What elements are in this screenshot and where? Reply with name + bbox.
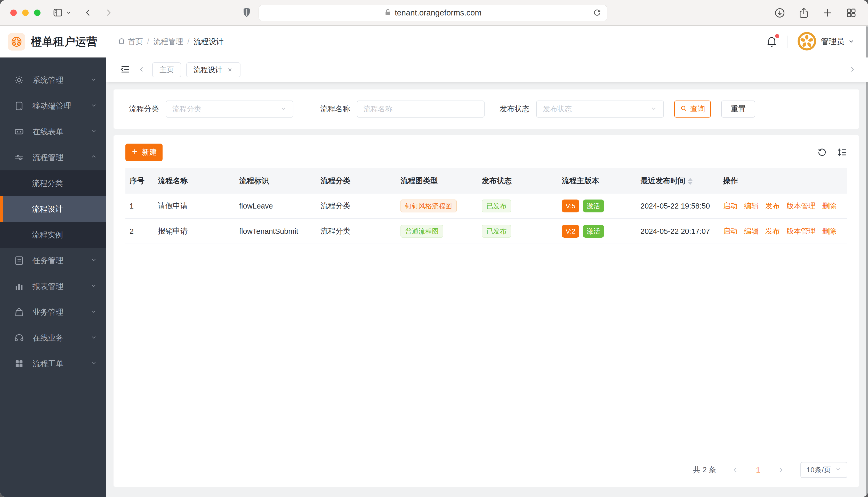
form-icon (13, 126, 25, 138)
breadcrumb-item[interactable]: 首页 (128, 37, 143, 47)
back-button[interactable] (83, 8, 93, 17)
chevron-down-icon (90, 282, 97, 291)
flow-name-input[interactable] (357, 101, 485, 117)
action-edit[interactable]: 编辑 (744, 226, 759, 236)
sidebar-item-flow-design[interactable]: 流程设计 (0, 196, 106, 222)
breadcrumb-item[interactable]: 流程管理 (153, 37, 183, 47)
header-actions: 管理员 (766, 32, 868, 52)
sort-caret-icon[interactable] (688, 178, 692, 185)
tab-flow-design[interactable]: 流程设计 (186, 62, 240, 77)
breadcrumb-separator: / (187, 38, 189, 46)
browser-chrome: tenant.orangeforms.com (0, 0, 868, 26)
browser-window: tenant.orangeforms.com 橙单租 (0, 0, 868, 497)
sidebar-toggle-icon[interactable] (52, 7, 63, 18)
version-tag: V:2 (562, 225, 579, 238)
chevron-down-icon (280, 105, 287, 113)
traffic-lights (10, 10, 41, 16)
cell-published-at: 2024-05-22 19:58:50 (636, 202, 719, 210)
sidebar-item-tasks[interactable]: 任务管理 (0, 248, 106, 273)
zoom-window-button[interactable] (34, 10, 41, 16)
close-tab-icon[interactable] (226, 67, 233, 73)
col-header-published-at[interactable]: 最近发布时间 (636, 176, 719, 186)
notification-bell-icon[interactable] (766, 36, 777, 48)
chevron-down-icon (650, 105, 657, 113)
col-header-index: 序号 (125, 176, 154, 186)
action-publish[interactable]: 发布 (765, 226, 780, 236)
action-delete[interactable]: 删除 (822, 201, 837, 211)
chrome-right-buttons (774, 0, 857, 26)
sidebar-item-business[interactable]: 业务管理 (0, 299, 106, 325)
row-density-icon[interactable] (837, 147, 848, 157)
category-select[interactable]: 流程分类 (166, 101, 293, 117)
col-header-name: 流程名称 (154, 176, 235, 186)
page-number[interactable]: 1 (756, 466, 760, 474)
tab-home[interactable]: 主页 (152, 62, 181, 77)
prev-page-icon[interactable] (729, 466, 742, 473)
active-tag: 激活 (583, 225, 604, 238)
publish-status-select[interactable]: 发布状态 (536, 101, 664, 117)
action-version-manage[interactable]: 版本管理 (786, 201, 815, 211)
lock-icon (384, 9, 391, 17)
page-size-select[interactable]: 10条/页 (800, 462, 848, 478)
diagram-type-tag: 普通流程图 (400, 225, 443, 238)
sidebar-item-mobile[interactable]: 移动端管理 (0, 93, 106, 119)
publish-status-tag: 已发布 (482, 225, 511, 238)
action-publish[interactable]: 发布 (765, 201, 780, 211)
breadcrumb-current: 流程设计 (194, 37, 223, 47)
sidebar-item-workflow[interactable]: 流程管理 (0, 145, 106, 170)
sidebar-item-online-business[interactable]: 在线业务 (0, 325, 106, 351)
minimize-window-button[interactable] (22, 10, 29, 16)
search-button[interactable]: 查询 (674, 101, 711, 117)
chevron-down-icon (90, 333, 97, 342)
create-button[interactable]: 新建 (125, 144, 163, 161)
filter-status-label: 发布状态 (499, 104, 529, 114)
col-header-actions: 操作 (719, 176, 848, 186)
downloads-icon[interactable] (774, 7, 785, 18)
tab-overview-icon[interactable] (846, 8, 857, 18)
table-toolbar: 新建 (125, 135, 848, 161)
sidebar-item-label: 任务管理 (32, 255, 90, 266)
action-start[interactable]: 启动 (723, 226, 738, 236)
col-header-version: 流程主版本 (557, 176, 636, 186)
tab-strip: 主页 流程设计 (106, 57, 868, 82)
diagram-type-tag: 钉钉风格流程图 (400, 200, 457, 213)
next-page-icon[interactable] (775, 466, 787, 473)
address-bar[interactable]: tenant.orangeforms.com (259, 5, 607, 21)
tabs-scroll-left-icon[interactable] (138, 66, 146, 74)
action-version-manage[interactable]: 版本管理 (786, 226, 815, 236)
action-edit[interactable]: 编辑 (744, 201, 759, 211)
sidebar-subitem-label: 流程分类 (32, 178, 63, 189)
cell-category: 流程分类 (316, 201, 396, 211)
collapse-menu-icon[interactable] (120, 64, 130, 76)
sidebar-item-flow-category[interactable]: 流程分类 (0, 170, 106, 196)
sidebar-item-reports[interactable]: 报表管理 (0, 273, 106, 299)
close-window-button[interactable] (10, 10, 17, 16)
sidebar-item-online-form[interactable]: 在线表单 (0, 119, 106, 145)
select-placeholder: 发布状态 (543, 104, 650, 114)
header-divider (787, 36, 787, 48)
sidebar-item-label: 移动端管理 (32, 101, 90, 111)
publish-status-tag: 已发布 (482, 200, 511, 213)
cell-name: 报销申请 (154, 226, 235, 237)
tabs-scroll-right-icon[interactable] (849, 66, 856, 74)
action-start[interactable]: 启动 (723, 201, 738, 211)
privacy-shield-icon[interactable] (242, 7, 251, 19)
sidebar-item-system[interactable]: 系统管理 (0, 67, 106, 93)
gear-icon (13, 74, 25, 86)
action-delete[interactable]: 删除 (822, 226, 837, 236)
breadcrumb-home[interactable]: 首页 (118, 37, 143, 47)
reset-button[interactable]: 重置 (721, 101, 755, 117)
scrollbar[interactable] (866, 26, 868, 495)
reload-icon[interactable] (593, 9, 602, 18)
user-menu[interactable]: 管理员 (797, 32, 855, 52)
forward-button[interactable] (104, 8, 113, 17)
sidebar-item-work-orders[interactable]: 流程工单 (0, 351, 106, 377)
sidebar-item-flow-instance[interactable]: 流程实例 (0, 222, 106, 248)
reset-button-label: 重置 (731, 104, 746, 114)
refresh-icon[interactable] (817, 147, 827, 157)
pagination-total: 共 2 条 (693, 465, 716, 475)
sidebar-chevron-icon[interactable] (66, 10, 71, 15)
create-button-label: 新建 (142, 147, 157, 157)
share-icon[interactable] (798, 7, 809, 19)
new-tab-icon[interactable] (822, 8, 833, 18)
